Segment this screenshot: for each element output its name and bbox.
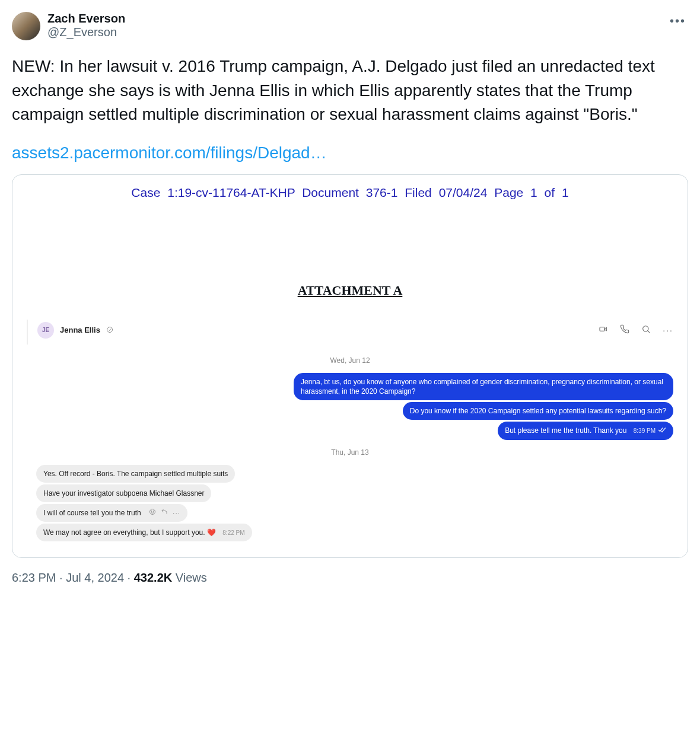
views-label: Views	[176, 571, 207, 584]
search-icon	[641, 324, 651, 336]
chat-more-icon: ···	[663, 326, 673, 335]
svg-point-2	[643, 326, 648, 331]
sent-message: Do you know if the 2020 Campaign settled…	[27, 402, 673, 420]
svg-point-3	[150, 509, 155, 514]
attachment-title: ATTACHMENT A	[27, 283, 673, 298]
chat-contact-name: Jenna Ellis	[60, 326, 100, 334]
message-text-inner: I will of course tell you the truth	[43, 509, 141, 517]
message-more-icon: ···	[173, 508, 180, 518]
document-header: Case 1:19-cv-11764-AT-KHP Document 376-1…	[27, 186, 673, 200]
message-time: 8:22 PM	[222, 529, 244, 537]
message-text-inner: We may not agree on everything, but I su…	[43, 528, 205, 537]
received-message: Have your investigator subpoena Michael …	[27, 484, 673, 502]
more-icon[interactable]: •••	[667, 12, 688, 30]
chat-date: Thu, Jun 13	[27, 448, 673, 457]
heart-icon: ❤️	[207, 528, 216, 537]
message-text: Yes. Off record - Boris. The campaign se…	[36, 465, 235, 483]
svg-point-5	[153, 511, 154, 511]
views-count[interactable]: 432.2K	[134, 571, 173, 584]
avatar[interactable]	[12, 12, 40, 40]
author-name[interactable]: Zach Everson	[47, 12, 688, 25]
received-message: We may not agree on everything, but I su…	[27, 524, 673, 541]
video-icon	[599, 324, 608, 336]
message-text: I will of course tell you the truth ···	[36, 504, 187, 522]
message-time: 8:39 PM	[634, 427, 656, 435]
sent-message: But please tell me the truth. Thank you …	[27, 422, 673, 439]
received-message: Yes. Off record - Boris. The campaign se…	[27, 465, 673, 483]
tweet-link[interactable]: assets2.pacermonitor.com/filings/Delgad…	[12, 143, 688, 162]
chat-header: JE Jenna Ellis ···	[27, 320, 673, 345]
chat-date: Wed, Jun 12	[27, 356, 673, 365]
read-receipt-icon	[658, 427, 666, 435]
message-text-inner: But please tell me the truth. Thank you	[505, 426, 626, 435]
verified-icon	[106, 326, 113, 334]
svg-point-0	[107, 327, 112, 332]
message-text: But please tell me the truth. Thank you …	[498, 422, 673, 439]
received-message: I will of course tell you the truth ···	[27, 504, 673, 522]
message-text: We may not agree on everything, but I su…	[36, 524, 252, 541]
message-text: Have your investigator subpoena Michael …	[36, 484, 211, 502]
message-text: Do you know if the 2020 Campaign settled…	[403, 402, 673, 420]
author-handle[interactable]: @Z_Everson	[47, 25, 688, 39]
reply-icon	[161, 508, 168, 518]
svg-point-4	[151, 511, 152, 511]
chat-avatar: JE	[37, 322, 54, 339]
sent-message: Jenna, bt us, do you know of anyone who …	[27, 373, 673, 400]
phone-icon	[620, 324, 629, 336]
tweet-footer: 6:23 PM · Jul 4, 2024 · 432.2K Views	[12, 571, 688, 585]
tweet-text: NEW: In her lawsuit v. 2016 Trump campai…	[12, 55, 688, 127]
embedded-document-image[interactable]: Case 1:19-cv-11764-AT-KHP Document 376-1…	[12, 174, 688, 559]
tweet-timestamp[interactable]: 6:23 PM · Jul 4, 2024	[12, 571, 124, 584]
react-icon	[149, 508, 156, 518]
message-text: Jenna, bt us, do you know of anyone who …	[294, 373, 673, 400]
svg-rect-1	[600, 327, 604, 331]
